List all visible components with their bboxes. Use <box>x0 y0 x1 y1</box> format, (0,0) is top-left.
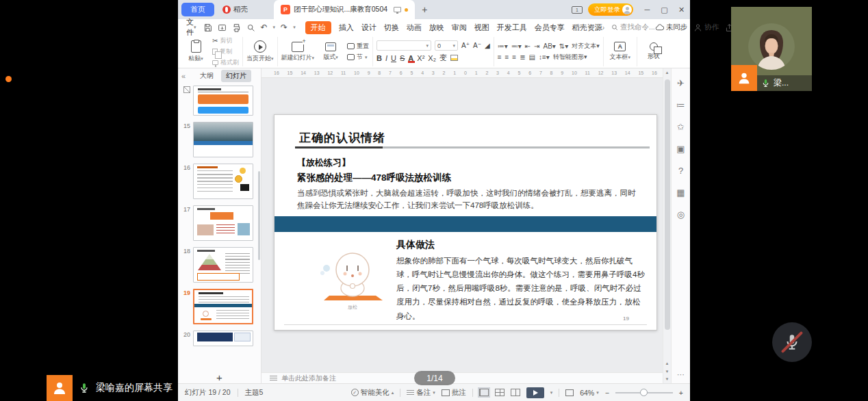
sharer-avatar-icon[interactable] <box>47 375 73 401</box>
font-size-combo[interactable]: 0▾ <box>435 40 458 51</box>
outline-tab[interactable]: 大纲 <box>195 70 218 82</box>
strikethrough-button[interactable]: S <box>400 54 405 62</box>
minimize-button[interactable]: ─ <box>639 0 656 19</box>
adjust-icon[interactable]: ≔ <box>676 100 685 110</box>
slide-sorter-view-button[interactable] <box>495 389 505 396</box>
numbered-list-button[interactable]: ≕▾ <box>511 42 522 50</box>
align-right-button[interactable]: ≡ <box>512 53 516 61</box>
command-search[interactable]: 查找命令... <box>611 23 655 32</box>
participant-video-tile[interactable]: 梁... <box>731 7 812 91</box>
decrease-indent-button[interactable]: ⇤ <box>525 42 531 50</box>
share-doc-icon[interactable]: ✈ <box>677 78 685 88</box>
vertical-scrollbar[interactable]: ▲ ▲ ▼ ▼ <box>663 68 671 383</box>
slide-thumbnail[interactable] <box>193 289 253 324</box>
text-effects-button[interactable]: 变 <box>439 53 447 63</box>
print-icon[interactable] <box>232 23 241 32</box>
next-slide-icon[interactable]: ▼ <box>663 370 671 374</box>
notes-bar[interactable]: 单击此处添加备注 <box>261 372 663 383</box>
superscript-button[interactable]: X² <box>417 54 424 62</box>
shapes-button[interactable]: 形状 <box>641 42 667 61</box>
to-smartart-button[interactable]: 转智能图形▾ <box>553 53 587 62</box>
zoom-out-button[interactable]: − <box>605 389 609 397</box>
reading-view-button[interactable] <box>511 389 520 396</box>
menu-tab-3[interactable]: 切换 <box>384 23 399 33</box>
scrollbar-thumb[interactable] <box>665 79 670 330</box>
theme-label[interactable]: 主题5 <box>245 388 264 398</box>
textbox-button[interactable]: A 文本框▾ <box>607 42 633 62</box>
copy-button[interactable]: 复制 <box>212 47 239 56</box>
more-dots-icon[interactable]: ⋯ <box>677 370 685 379</box>
current-slide[interactable]: 正确的认识情绪 【放松练习】 紧张感的处理——478呼吸法放松训练 当感到恐惧或… <box>274 114 657 331</box>
zoom-in-button[interactable]: + <box>679 389 683 397</box>
zoom-level[interactable]: 64%▾ <box>580 389 599 397</box>
line-spacing-button[interactable]: ↕≡▾ <box>539 53 550 61</box>
undo-caret[interactable]: ▾ <box>273 25 276 30</box>
reset-button[interactable]: 重置 <box>347 42 369 51</box>
comments-button[interactable]: 批注 <box>442 388 466 398</box>
bullet-list-button[interactable]: ≔▾ <box>498 42 508 50</box>
image-tools-icon[interactable]: ▦ <box>676 187 685 198</box>
sort-text-button[interactable]: ⇅▾ <box>559 42 568 50</box>
distribute-button[interactable]: ▤ <box>529 53 535 61</box>
zoom-slider-knob[interactable] <box>640 389 648 396</box>
scroll-down-icon[interactable]: ▼ <box>663 377 671 381</box>
increase-indent-button[interactable]: ⇥ <box>534 42 539 50</box>
play-from-current-button[interactable]: 当页开始▾ <box>246 40 274 63</box>
scroll-up-icon[interactable]: ▲ <box>663 70 671 75</box>
close-button[interactable]: ✕ <box>673 0 690 19</box>
align-left-button[interactable]: ≡ <box>498 53 502 61</box>
collapse-panel-button[interactable]: « <box>181 72 186 80</box>
home-button[interactable]: 首页 <box>181 3 214 16</box>
menu-tab-0[interactable]: 开始 <box>305 21 331 34</box>
file-menu[interactable]: 文件 <box>186 17 194 38</box>
slide-thumbnail[interactable] <box>193 86 253 116</box>
add-slide-button[interactable]: + <box>178 372 261 383</box>
zoom-slider[interactable] <box>615 392 673 393</box>
redo-icon[interactable]: ↷ <box>281 23 288 32</box>
slide-canvas[interactable]: 正确的认识情绪 【放松练习】 紧张感的处理——478呼吸法放松训练 当感到恐惧或… <box>261 78 663 372</box>
undo-icon[interactable]: ↶ <box>261 23 268 32</box>
slide-thumbnail[interactable] <box>193 122 253 157</box>
layout-button[interactable]: 版式▾ <box>318 42 344 62</box>
highlight-button[interactable] <box>450 55 458 61</box>
menu-tab-6[interactable]: 审阅 <box>452 23 467 33</box>
mute-microphone-button[interactable] <box>772 322 812 362</box>
bold-button[interactable]: B <box>376 54 382 62</box>
menu-tab-7[interactable]: 视图 <box>474 23 489 33</box>
login-button[interactable]: 立即登录 <box>588 3 633 16</box>
menu-tab-1[interactable]: 插入 <box>339 23 354 33</box>
align-center-button[interactable]: ≡ <box>505 53 509 61</box>
panel-scrollbar[interactable] <box>258 171 260 260</box>
new-slide-button[interactable]: 新建幻灯片▾ <box>281 42 315 62</box>
document-tab[interactable]: P 团干部心理知识...康教育0504 <box>274 0 415 19</box>
menu-tab-5[interactable]: 放映 <box>429 23 444 33</box>
slide-thumbnail[interactable] <box>193 205 253 241</box>
help-icon[interactable]: ? <box>678 166 683 176</box>
font-color-button[interactable]: A <box>408 54 413 62</box>
slides-tab[interactable]: 幻灯片 <box>221 70 251 82</box>
new-tab-button[interactable]: + <box>422 4 427 15</box>
section-button[interactable]: 节▾ <box>347 53 369 62</box>
panes-icon[interactable]: ▣ <box>676 144 685 154</box>
slide-thumbnail[interactable] <box>193 247 253 283</box>
device-switch-icon[interactable]: 1 <box>572 6 583 14</box>
docer-tab[interactable]: 稻壳 <box>214 5 256 14</box>
menu-tab-2[interactable]: 设计 <box>361 23 376 33</box>
slide-thumbnail[interactable] <box>193 331 253 346</box>
font-decrease-button[interactable]: A⁻ <box>473 42 481 49</box>
notes-toggle-button[interactable]: 备注▾ <box>407 388 435 398</box>
underline-button[interactable]: U <box>391 54 396 62</box>
more-commands-icon[interactable]: ▾ <box>293 25 296 30</box>
prev-slide-icon[interactable]: ▲ <box>663 361 671 365</box>
export-icon[interactable] <box>218 23 227 32</box>
menu-tab-9[interactable]: 会员专享 <box>535 23 565 33</box>
slideshow-play-button[interactable] <box>526 387 544 398</box>
save-icon[interactable] <box>203 23 212 32</box>
justify-button[interactable]: ≣ <box>520 53 525 61</box>
slide-thumbnail[interactable] <box>193 164 253 199</box>
resources-icon[interactable]: ◎ <box>677 209 685 220</box>
normal-view-button[interactable] <box>479 389 489 396</box>
maximize-button[interactable]: ▢ <box>656 0 673 19</box>
effects-icon[interactable]: ✩ <box>677 122 685 132</box>
cut-button[interactable]: ✂剪切 <box>212 36 239 45</box>
